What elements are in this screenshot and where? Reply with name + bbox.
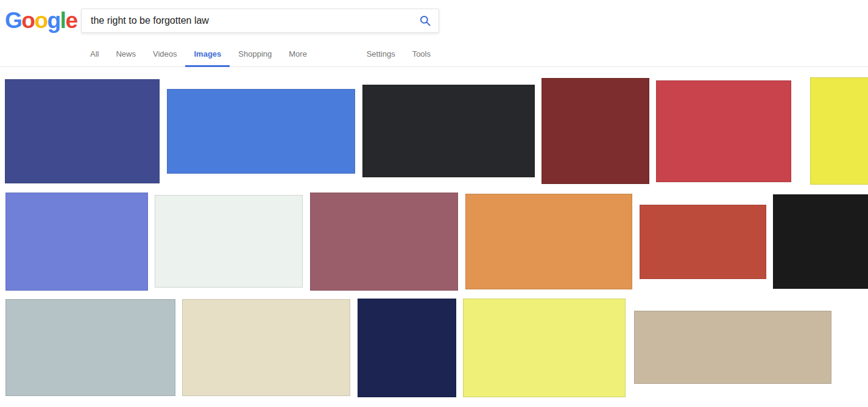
google-logo[interactable]: Google (5, 6, 77, 35)
logo-letter: g (48, 8, 60, 33)
image-result[interactable] (640, 205, 766, 279)
image-result[interactable] (182, 299, 350, 396)
search-header: Google AllNewsVideosImagesShoppingMore S… (0, 0, 868, 67)
search-input[interactable] (82, 9, 412, 32)
tab-settings[interactable]: Settings (358, 43, 404, 67)
logo-letter: G (5, 8, 21, 33)
logo-letter: e (65, 8, 77, 33)
logo-letter: o (21, 8, 34, 33)
tab-all[interactable]: All (82, 43, 107, 67)
nav-tools: SettingsTools (358, 43, 439, 67)
results-nav: AllNewsVideosImagesShoppingMore Settings… (82, 43, 439, 67)
search-button[interactable] (412, 9, 439, 32)
tab-shopping[interactable]: Shopping (230, 43, 280, 67)
search-icon (419, 15, 431, 27)
tab-news[interactable]: News (107, 43, 144, 67)
image-result[interactable] (656, 80, 791, 182)
image-result[interactable] (465, 194, 632, 289)
image-result[interactable] (167, 89, 355, 174)
image-result[interactable] (634, 311, 831, 384)
nav-tabs: AllNewsVideosImagesShoppingMore (82, 43, 316, 67)
tab-tools[interactable]: Tools (404, 43, 439, 67)
image-result[interactable] (5, 193, 148, 291)
google-images-page: Google AllNewsVideosImagesShoppingMore S… (0, 0, 868, 407)
image-result[interactable] (542, 78, 649, 184)
tab-images[interactable]: Images (185, 43, 230, 67)
image-result[interactable] (310, 193, 458, 291)
image-result[interactable] (5, 299, 175, 396)
image-result[interactable] (362, 85, 535, 177)
image-result[interactable] (358, 299, 456, 397)
search-box (81, 9, 439, 33)
image-result[interactable] (773, 194, 868, 289)
image-result[interactable] (463, 299, 626, 397)
image-result[interactable] (810, 77, 868, 185)
tab-videos[interactable]: Videos (144, 43, 186, 67)
image-result[interactable] (5, 79, 160, 183)
image-result[interactable] (155, 195, 303, 288)
logo-letter: o (34, 8, 47, 33)
tab-more[interactable]: More (280, 43, 316, 67)
